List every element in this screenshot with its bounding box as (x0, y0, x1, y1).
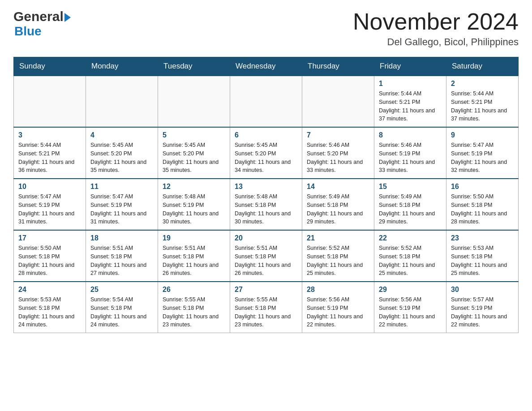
calendar-day-cell: 3Sunrise: 5:44 AMSunset: 5:21 PMDaylight… (14, 127, 86, 179)
title-section: November 2024 Del Gallego, Bicol, Philip… (353, 9, 519, 48)
logo[interactable]: General Blue (13, 9, 71, 39)
day-number: 19 (163, 234, 225, 242)
month-title: November 2024 (353, 9, 519, 34)
day-number: 7 (307, 131, 369, 139)
calendar-day-cell (86, 76, 158, 127)
calendar-day-cell: 5Sunrise: 5:45 AMSunset: 5:20 PMDaylight… (158, 127, 230, 179)
calendar-week-row: 17Sunrise: 5:50 AMSunset: 5:18 PMDayligh… (14, 230, 519, 282)
day-info: Sunrise: 5:45 AMSunset: 5:20 PMDaylight:… (163, 141, 225, 175)
calendar-day-cell: 30Sunrise: 5:57 AMSunset: 5:19 PMDayligh… (446, 282, 519, 333)
day-info: Sunrise: 5:48 AMSunset: 5:19 PMDaylight:… (163, 193, 225, 226)
calendar-day-cell: 29Sunrise: 5:56 AMSunset: 5:19 PMDayligh… (374, 282, 446, 333)
calendar-week-row: 24Sunrise: 5:53 AMSunset: 5:18 PMDayligh… (14, 282, 519, 333)
calendar-day-cell: 7Sunrise: 5:46 AMSunset: 5:20 PMDaylight… (302, 127, 374, 179)
day-info: Sunrise: 5:50 AMSunset: 5:18 PMDaylight:… (18, 244, 81, 278)
calendar-day-cell: 4Sunrise: 5:45 AMSunset: 5:20 PMDaylight… (86, 127, 158, 179)
calendar-day-cell (14, 76, 86, 127)
calendar-day-header: Tuesday (158, 57, 230, 76)
day-info: Sunrise: 5:56 AMSunset: 5:19 PMDaylight:… (307, 295, 369, 329)
day-number: 30 (451, 286, 514, 294)
calendar-day-cell: 14Sunrise: 5:49 AMSunset: 5:18 PMDayligh… (302, 179, 374, 230)
day-info: Sunrise: 5:55 AMSunset: 5:18 PMDaylight:… (235, 295, 297, 329)
calendar-day-cell: 2Sunrise: 5:44 AMSunset: 5:21 PMDaylight… (446, 76, 519, 127)
day-number: 11 (90, 183, 153, 191)
calendar-day-cell: 6Sunrise: 5:45 AMSunset: 5:20 PMDaylight… (230, 127, 302, 179)
calendar-day-cell: 16Sunrise: 5:50 AMSunset: 5:18 PMDayligh… (446, 179, 519, 230)
calendar-day-cell (158, 76, 230, 127)
day-number: 22 (379, 234, 442, 242)
calendar-day-header: Friday (374, 57, 446, 76)
day-info: Sunrise: 5:51 AMSunset: 5:18 PMDaylight:… (235, 244, 297, 278)
day-info: Sunrise: 5:44 AMSunset: 5:21 PMDaylight:… (18, 141, 81, 175)
calendar-day-cell: 15Sunrise: 5:49 AMSunset: 5:18 PMDayligh… (374, 179, 446, 230)
day-info: Sunrise: 5:56 AMSunset: 5:19 PMDaylight:… (379, 295, 442, 329)
day-info: Sunrise: 5:57 AMSunset: 5:19 PMDaylight:… (451, 295, 514, 329)
day-number: 2 (451, 80, 514, 88)
day-info: Sunrise: 5:44 AMSunset: 5:21 PMDaylight:… (379, 90, 442, 123)
day-info: Sunrise: 5:47 AMSunset: 5:19 PMDaylight:… (451, 141, 514, 175)
calendar-day-cell: 28Sunrise: 5:56 AMSunset: 5:19 PMDayligh… (302, 282, 374, 333)
calendar-day-cell: 13Sunrise: 5:48 AMSunset: 5:18 PMDayligh… (230, 179, 302, 230)
day-number: 8 (379, 131, 442, 139)
calendar-day-cell: 24Sunrise: 5:53 AMSunset: 5:18 PMDayligh… (14, 282, 86, 333)
calendar-day-cell: 25Sunrise: 5:54 AMSunset: 5:18 PMDayligh… (86, 282, 158, 333)
day-number: 10 (18, 183, 81, 191)
calendar-day-cell (302, 76, 374, 127)
day-info: Sunrise: 5:52 AMSunset: 5:18 PMDaylight:… (379, 244, 442, 278)
calendar-day-cell: 10Sunrise: 5:47 AMSunset: 5:19 PMDayligh… (14, 179, 86, 230)
logo-general: General (13, 9, 64, 24)
day-info: Sunrise: 5:51 AMSunset: 5:18 PMDaylight:… (90, 244, 153, 278)
day-info: Sunrise: 5:55 AMSunset: 5:18 PMDaylight:… (163, 295, 225, 329)
day-info: Sunrise: 5:48 AMSunset: 5:18 PMDaylight:… (235, 193, 297, 226)
day-number: 18 (90, 234, 153, 242)
day-number: 14 (307, 183, 369, 191)
day-info: Sunrise: 5:45 AMSunset: 5:20 PMDaylight:… (235, 141, 297, 175)
day-info: Sunrise: 5:44 AMSunset: 5:21 PMDaylight:… (451, 90, 514, 123)
calendar-day-cell: 22Sunrise: 5:52 AMSunset: 5:18 PMDayligh… (374, 230, 446, 282)
calendar-header-row: SundayMondayTuesdayWednesdayThursdayFrid… (14, 57, 519, 76)
day-number: 13 (235, 183, 297, 191)
day-number: 24 (18, 286, 81, 294)
day-number: 29 (379, 286, 442, 294)
day-number: 12 (163, 183, 225, 191)
calendar-day-header: Monday (86, 57, 158, 76)
day-number: 6 (235, 131, 297, 139)
day-info: Sunrise: 5:47 AMSunset: 5:19 PMDaylight:… (90, 193, 153, 226)
day-number: 16 (451, 183, 514, 191)
day-number: 26 (163, 286, 225, 294)
calendar-day-cell: 23Sunrise: 5:53 AMSunset: 5:18 PMDayligh… (446, 230, 519, 282)
day-number: 17 (18, 234, 81, 242)
calendar-day-header: Sunday (14, 57, 86, 76)
calendar-day-cell: 26Sunrise: 5:55 AMSunset: 5:18 PMDayligh… (158, 282, 230, 333)
day-info: Sunrise: 5:49 AMSunset: 5:18 PMDaylight:… (379, 193, 442, 226)
day-number: 5 (163, 131, 225, 139)
location-title: Del Gallego, Bicol, Philippines (353, 36, 519, 48)
calendar-day-header: Wednesday (230, 57, 302, 76)
calendar-week-row: 10Sunrise: 5:47 AMSunset: 5:19 PMDayligh… (14, 179, 519, 230)
day-info: Sunrise: 5:49 AMSunset: 5:18 PMDaylight:… (307, 193, 369, 226)
day-info: Sunrise: 5:54 AMSunset: 5:18 PMDaylight:… (90, 295, 153, 329)
logo-triangle-icon (64, 13, 71, 22)
day-info: Sunrise: 5:46 AMSunset: 5:19 PMDaylight:… (379, 141, 442, 175)
calendar-week-row: 1Sunrise: 5:44 AMSunset: 5:21 PMDaylight… (14, 76, 519, 127)
day-info: Sunrise: 5:45 AMSunset: 5:20 PMDaylight:… (90, 141, 153, 175)
calendar-day-cell: 20Sunrise: 5:51 AMSunset: 5:18 PMDayligh… (230, 230, 302, 282)
calendar-day-cell: 27Sunrise: 5:55 AMSunset: 5:18 PMDayligh… (230, 282, 302, 333)
day-number: 28 (307, 286, 369, 294)
day-number: 3 (18, 131, 81, 139)
page-header: General Blue November 2024 Del Gallego, … (13, 9, 519, 48)
calendar-day-header: Thursday (302, 57, 374, 76)
calendar-day-cell: 1Sunrise: 5:44 AMSunset: 5:21 PMDaylight… (374, 76, 446, 127)
calendar-day-cell: 11Sunrise: 5:47 AMSunset: 5:19 PMDayligh… (86, 179, 158, 230)
calendar-day-cell: 9Sunrise: 5:47 AMSunset: 5:19 PMDaylight… (446, 127, 519, 179)
day-number: 4 (90, 131, 153, 139)
calendar-day-cell: 19Sunrise: 5:51 AMSunset: 5:18 PMDayligh… (158, 230, 230, 282)
day-number: 21 (307, 234, 369, 242)
logo-blue-text: Blue (14, 24, 71, 39)
day-info: Sunrise: 5:50 AMSunset: 5:18 PMDaylight:… (451, 193, 514, 226)
day-number: 23 (451, 234, 514, 242)
day-number: 25 (90, 286, 153, 294)
calendar-day-cell: 8Sunrise: 5:46 AMSunset: 5:19 PMDaylight… (374, 127, 446, 179)
day-number: 20 (235, 234, 297, 242)
day-number: 9 (451, 131, 514, 139)
